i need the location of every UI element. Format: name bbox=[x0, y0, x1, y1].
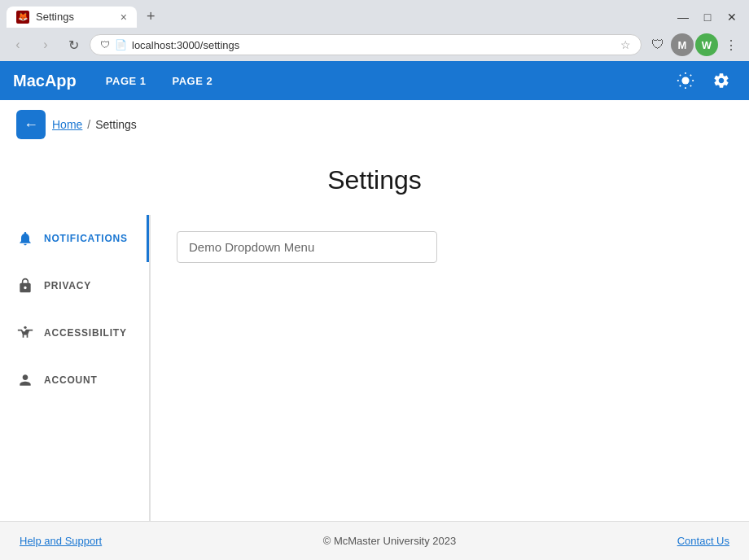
browser-tab[interactable]: 🦊 Settings × bbox=[7, 7, 137, 28]
app-logo: MacApp bbox=[13, 72, 77, 90]
breadcrumb-separator: / bbox=[87, 118, 90, 131]
back-button[interactable]: ‹ bbox=[7, 33, 29, 56]
sidebar-item-notifications[interactable]: NOTIFICATIONS bbox=[0, 215, 149, 262]
profile1-button[interactable]: M bbox=[671, 33, 694, 56]
sidebar-item-account[interactable]: ACCOUNT bbox=[0, 357, 149, 404]
svg-line-7 bbox=[680, 85, 681, 86]
sidebar: NOTIFICATIONS PRIVACY bbox=[0, 215, 151, 521]
close-window-button[interactable]: ✕ bbox=[721, 7, 742, 28]
new-tab-button[interactable]: + bbox=[140, 5, 162, 28]
contact-us-link[interactable]: Contact Us bbox=[677, 535, 729, 547]
forward-button[interactable]: › bbox=[34, 33, 57, 56]
svg-line-4 bbox=[690, 85, 691, 86]
demo-dropdown[interactable]: Demo Dropdown Menu Option 1 Option 2 Opt… bbox=[177, 231, 437, 263]
tab-title: Settings bbox=[36, 11, 74, 23]
footer-copyright: © McMaster University 2023 bbox=[323, 535, 456, 547]
breadcrumb-home-link[interactable]: Home bbox=[52, 118, 82, 131]
sidebar-item-accessibility[interactable]: ACCESSIBILITY bbox=[0, 309, 149, 357]
app-nav: PAGE 1 PAGE 2 bbox=[96, 68, 222, 94]
browser-toolbar: ‹ › ↻ 🛡 📄 localhost:3000/settings ☆ 🛡 M … bbox=[0, 28, 749, 61]
tab-favicon: 🦊 bbox=[16, 11, 29, 24]
firefox-sync-button[interactable]: 🛡 bbox=[646, 33, 669, 56]
maximize-button[interactable]: □ bbox=[697, 7, 718, 28]
sidebar-notifications-label: NOTIFICATIONS bbox=[44, 233, 128, 244]
breadcrumb-current: Settings bbox=[95, 118, 137, 131]
help-support-link[interactable]: Help and Support bbox=[20, 535, 102, 547]
minimize-button[interactable]: — bbox=[672, 7, 694, 28]
sidebar-privacy-label: PRIVACY bbox=[44, 280, 91, 291]
browser-menu-button[interactable]: ⋮ bbox=[720, 33, 742, 56]
settings-panel: Demo Dropdown Menu Option 1 Option 2 Opt… bbox=[151, 215, 749, 521]
content-body: NOTIFICATIONS PRIVACY bbox=[0, 215, 749, 521]
nav-page2[interactable]: PAGE 2 bbox=[163, 68, 223, 94]
svg-point-9 bbox=[24, 326, 26, 329]
profile2-button[interactable]: W bbox=[695, 33, 718, 56]
breadcrumb-area: ← Home / Settings bbox=[0, 100, 749, 149]
page-icon: 📄 bbox=[115, 39, 127, 50]
back-arrow-icon: ← bbox=[24, 116, 38, 133]
svg-point-0 bbox=[681, 77, 689, 84]
svg-line-8 bbox=[690, 75, 691, 76]
window-controls: — □ ✕ bbox=[672, 7, 742, 28]
sidebar-account-label: ACCOUNT bbox=[44, 374, 98, 386]
header-settings-icon-1[interactable] bbox=[671, 66, 700, 95]
back-button[interactable]: ← bbox=[16, 110, 46, 139]
browser-titlebar: 🦊 Settings × + — □ ✕ bbox=[0, 0, 749, 28]
toolbar-actions: 🛡 M W ⋮ bbox=[646, 33, 742, 56]
url-text: localhost:3000/settings bbox=[132, 39, 615, 51]
address-bar[interactable]: 🛡 📄 localhost:3000/settings ☆ bbox=[90, 34, 642, 55]
breadcrumb: Home / Settings bbox=[52, 118, 137, 131]
tab-close-button[interactable]: × bbox=[120, 11, 127, 23]
gear-icon bbox=[712, 72, 730, 90]
app-header: MacApp PAGE 1 PAGE 2 bbox=[0, 61, 749, 100]
app-container: MacApp PAGE 1 PAGE 2 bbox=[0, 61, 749, 560]
page-title: Settings bbox=[0, 149, 749, 215]
account-icon bbox=[16, 371, 34, 389]
header-icons bbox=[671, 66, 736, 95]
lock-icon bbox=[16, 277, 34, 295]
header-settings-icon-2[interactable] bbox=[707, 66, 736, 95]
app-footer: Help and Support © McMaster University 2… bbox=[0, 521, 749, 560]
brightness-icon bbox=[677, 72, 694, 90]
dropdown-container: Demo Dropdown Menu Option 1 Option 2 Opt… bbox=[177, 231, 437, 263]
main-content: Settings NOTIFICATIONS bbox=[0, 149, 749, 521]
bookmark-star-button[interactable]: ☆ bbox=[620, 38, 631, 51]
sidebar-item-privacy[interactable]: PRIVACY bbox=[0, 262, 149, 309]
accessibility-icon bbox=[16, 324, 34, 342]
sidebar-accessibility-label: ACCESSIBILITY bbox=[44, 327, 127, 339]
security-shield-icon: 🛡 bbox=[100, 39, 110, 50]
nav-page1[interactable]: PAGE 1 bbox=[96, 68, 156, 94]
svg-line-3 bbox=[680, 75, 681, 76]
browser-chrome: 🦊 Settings × + — □ ✕ ‹ › ↻ 🛡 📄 localhost… bbox=[0, 0, 749, 61]
reload-button[interactable]: ↻ bbox=[62, 33, 85, 56]
bell-icon bbox=[16, 230, 34, 247]
